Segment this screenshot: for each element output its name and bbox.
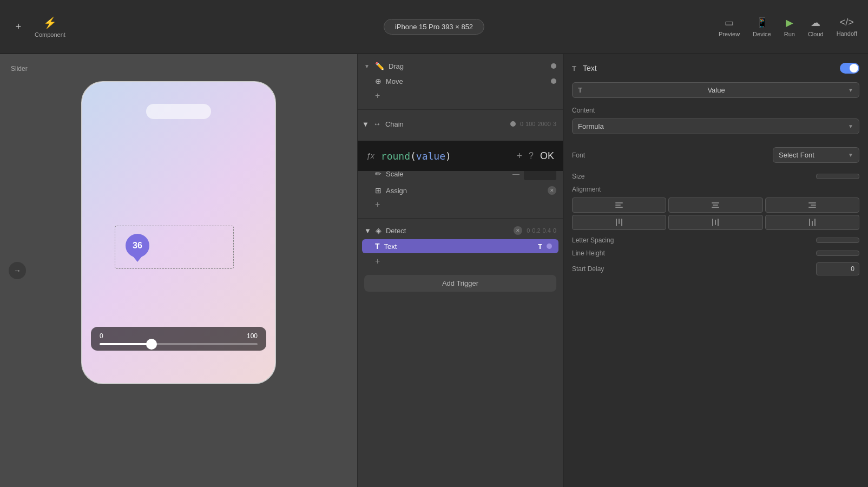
font-dropdown[interactable]: Select Font ▼ xyxy=(773,147,859,163)
slider-track[interactable] xyxy=(100,343,258,345)
lightning-icon: ⚡ xyxy=(43,16,57,29)
align-bottom-button[interactable] xyxy=(765,215,859,230)
main-content: Slider → 36 0 100 xyxy=(0,54,868,487)
formula-bar: ƒx round(value) + ? OK xyxy=(358,141,563,171)
formula-round: round xyxy=(381,150,410,162)
drag-dot xyxy=(551,63,556,69)
pin-bubble: 36 xyxy=(126,234,149,258)
prop-title: Text xyxy=(583,64,597,73)
pin-tooltip: 36 xyxy=(126,234,149,258)
cloud-label: Cloud xyxy=(808,31,824,37)
align-line xyxy=(814,219,816,226)
drag-row[interactable]: ▼ ✏️ Drag xyxy=(358,58,563,74)
chain-values: 0 100 2000 3 xyxy=(520,121,556,127)
start-delay-label: Start Delay xyxy=(572,265,604,273)
move-row[interactable]: ⊕ Move xyxy=(358,74,563,89)
align-left-button[interactable] xyxy=(572,198,666,213)
align-line xyxy=(718,219,719,226)
handoff-label: Handoff xyxy=(837,30,857,37)
text-toggle[interactable] xyxy=(840,63,859,74)
formula-plus-button[interactable]: + xyxy=(517,150,523,162)
text-right-t-icon: T xyxy=(538,242,542,251)
formula-fx-icon: ƒx xyxy=(366,152,374,160)
align-line xyxy=(808,207,816,208)
text-dot xyxy=(547,244,552,249)
text-trigger-row[interactable]: T Text T xyxy=(362,239,558,253)
assign-remove-button[interactable]: ✕ xyxy=(548,186,556,195)
toolbar: ▭ Preview 📱 Device ▶ Run ☁ Cloud </> Han… xyxy=(719,17,857,37)
assign-row[interactable]: ⊞ Assign ✕ xyxy=(358,183,563,198)
chain-toggle[interactable]: ▼ xyxy=(362,120,369,128)
value-label: Value xyxy=(707,86,725,94)
chain-row[interactable]: ▼ ↔ Chain 0 100 2000 3 xyxy=(358,116,563,131)
formula-paren-open: ( xyxy=(410,150,416,162)
line-height-input[interactable] xyxy=(816,251,859,256)
align-line xyxy=(808,202,816,203)
detect-toggle[interactable]: ▼ xyxy=(364,227,371,235)
top-bar: + ⚡ Component iPhone 15 Pro 393 × 852 ▭ … xyxy=(0,0,868,54)
handoff-button[interactable]: </> Handoff xyxy=(837,17,857,37)
value-dropdown[interactable]: T Value ▼ xyxy=(572,82,859,98)
align-line xyxy=(621,219,622,226)
spacer-1 xyxy=(572,143,859,147)
align-right-button[interactable] xyxy=(765,198,859,213)
component-label: Component xyxy=(35,31,65,38)
assign-icon: ⊞ xyxy=(375,186,382,195)
device-btn-label: Device xyxy=(753,31,771,37)
formula-paren-close: ) xyxy=(445,150,451,162)
drag-add-row[interactable]: + xyxy=(358,89,563,103)
add-trigger-button[interactable]: Add Trigger xyxy=(364,275,556,292)
formula-dropdown[interactable]: Formula ▼ xyxy=(572,119,859,134)
preview-icon: ▭ xyxy=(725,17,734,29)
chain-section: ▼ ↔ Chain 0 100 2000 3 ƒx round(value) + xyxy=(358,112,563,216)
font-select-label: Select Font xyxy=(779,151,814,159)
chain-val-1: 100 xyxy=(525,121,535,127)
add-icon: + xyxy=(16,21,22,32)
device-selector[interactable]: iPhone 15 Pro 393 × 852 xyxy=(384,19,484,35)
slider-thumb[interactable] xyxy=(146,339,157,350)
drag-section: ▼ ✏️ Drag ⊕ Move + xyxy=(358,54,563,107)
prop-header: T Text xyxy=(572,63,859,74)
chain-icon: ↔ xyxy=(373,120,381,128)
size-label: Size xyxy=(572,173,584,180)
start-delay-input[interactable]: 0 xyxy=(816,262,859,275)
text-trigger-label: Text xyxy=(384,242,534,251)
letter-spacing-input[interactable] xyxy=(816,238,859,243)
align-row-1 xyxy=(572,198,859,213)
align-center-button[interactable] xyxy=(668,198,762,213)
drag-toggle[interactable]: ▼ xyxy=(364,63,370,69)
chain-add-row[interactable]: + xyxy=(358,198,563,212)
detect-add-row[interactable]: + xyxy=(358,254,563,268)
triggers-panel: ▼ ✏️ Drag ⊕ Move + ▼ ↔ Chain 0 1 xyxy=(357,54,563,487)
nav-arrow[interactable]: → xyxy=(9,262,26,279)
alignment-grid xyxy=(572,198,859,230)
run-button[interactable]: ▶ Run xyxy=(784,17,795,37)
detect-remove-button[interactable]: ✕ xyxy=(514,226,522,235)
phone-mockup: 36 0 100 xyxy=(81,81,276,384)
formula-help-button[interactable]: ? xyxy=(529,151,534,161)
slider-min: 0 xyxy=(100,332,103,340)
chain-label: Chain xyxy=(385,120,506,128)
chain-val-0: 0 xyxy=(520,121,523,127)
formula-ok-button[interactable]: OK xyxy=(540,150,554,162)
move-icon: ⊕ xyxy=(375,77,382,85)
run-label: Run xyxy=(784,31,795,37)
drag-label: Drag xyxy=(389,62,547,70)
detect-values: 0 0.2 0.4 0 xyxy=(527,227,556,234)
preview-button[interactable]: ▭ Preview xyxy=(719,17,740,37)
component-button[interactable]: ⚡ Component xyxy=(35,16,65,38)
formula-label-text: Formula xyxy=(578,122,604,130)
detect-header[interactable]: ▼ ◈ Detect ✕ 0 0.2 0.4 0 xyxy=(358,223,563,238)
detect-section: ▼ ◈ Detect ✕ 0 0.2 0.4 0 T Text T + xyxy=(358,223,563,268)
add-button[interactable]: + xyxy=(11,19,26,35)
properties-panel: T Text T Value ▼ Content Formula ▼ Font … xyxy=(563,54,868,487)
size-input[interactable] xyxy=(816,174,859,179)
align-middle-button[interactable] xyxy=(668,215,762,230)
value-t-icon: T xyxy=(578,86,582,94)
device-button[interactable]: 📱 Device xyxy=(753,17,771,37)
cloud-button[interactable]: ☁ Cloud xyxy=(808,17,824,37)
detect-val-2: 0.4 xyxy=(543,227,551,234)
formula-content[interactable]: round(value) xyxy=(381,150,510,162)
align-top-button[interactable] xyxy=(572,215,666,230)
slider-bar-container[interactable]: 0 100 xyxy=(91,327,266,351)
